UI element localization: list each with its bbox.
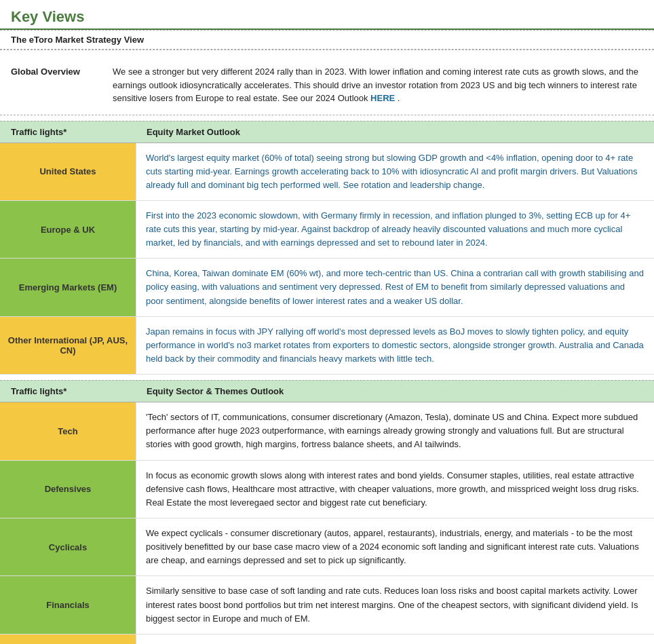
equity-market-col1-header: Traffic lights*: [11, 127, 147, 137]
equity-market-header: Traffic lights* Equity Market Outlook: [0, 121, 654, 143]
equity-sector-col1-header: Traffic lights*: [11, 386, 147, 396]
sector-label-themes: Themes: [0, 634, 136, 644]
sector-label-cyclicals: Cyclicals: [0, 518, 136, 575]
sector-row-tech: Tech 'Tech' sectors of IT, communication…: [0, 402, 654, 460]
sector-desc-defensives: In focus as economic growth slows along …: [136, 461, 654, 518]
market-row-other: Other International (JP, AUS, CN) Japan …: [0, 317, 654, 375]
global-overview-label: Global Overview: [11, 65, 99, 77]
global-overview-row: Global Overview We see a stronger but ve…: [0, 56, 654, 115]
market-desc-em: China, Korea, Taiwan dominate EM (60% wt…: [136, 259, 654, 316]
market-row-europe: Europe & UK First into the 2023 economic…: [0, 201, 654, 259]
sector-desc-themes: A better year for high dividend yield, a…: [136, 634, 654, 644]
market-desc-other: Japan remains in focus with JPY rallying…: [136, 317, 654, 374]
sector-row-themes: Themes A better year for high dividend y…: [0, 634, 654, 644]
sector-row-financials: Financials Similarly sensitive to base c…: [0, 576, 654, 634]
sector-desc-financials: Similarly sensitive to base case of soft…: [136, 576, 654, 633]
sector-desc-tech: 'Tech' sectors of IT, communications, co…: [136, 402, 654, 459]
equity-market-col2-header: Equity Market Outlook: [147, 127, 643, 137]
market-row-us: United States World's largest equity mar…: [0, 143, 654, 201]
market-desc-us: World's largest equity market (60% of to…: [136, 143, 654, 200]
sector-label-tech: Tech: [0, 402, 136, 459]
market-desc-europe: First into the 2023 economic slowdown, w…: [136, 201, 654, 258]
market-row-em: Emerging Markets (EM) China, Korea, Taiw…: [0, 259, 654, 316]
market-label-us: United States: [0, 143, 136, 200]
sector-label-defensives: Defensives: [0, 461, 136, 518]
market-label-other: Other International (JP, AUS, CN): [0, 317, 136, 374]
market-label-europe: Europe & UK: [0, 201, 136, 258]
strategy-section-header: The eToro Market Strategy View: [0, 31, 654, 50]
equity-sector-header: Traffic lights* Equity Sector & Themes O…: [0, 380, 654, 402]
equity-sector-col2-header: Equity Sector & Themes Outlook: [147, 386, 643, 396]
market-label-em: Emerging Markets (EM): [0, 259, 136, 316]
sector-desc-cyclicals: We expect cyclicals - consumer discretio…: [136, 518, 654, 575]
global-overview-text: We see a stronger but very different 202…: [113, 65, 643, 105]
sector-row-defensives: Defensives In focus as economic growth s…: [0, 461, 654, 518]
sector-label-financials: Financials: [0, 576, 136, 633]
outlook-link[interactable]: HERE: [370, 93, 395, 103]
page-title: Key Views: [0, 0, 654, 30]
sector-row-cyclicals: Cyclicals We expect cyclicals - consumer…: [0, 518, 654, 576]
